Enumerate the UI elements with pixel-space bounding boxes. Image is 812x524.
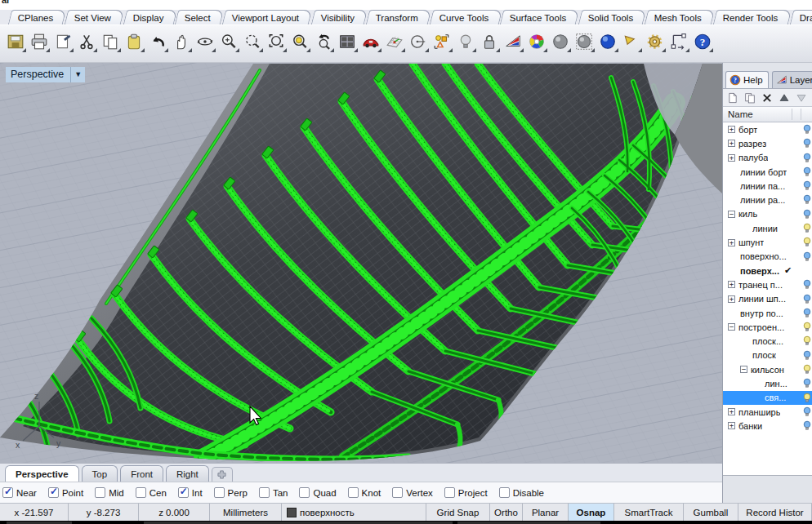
layer-visibility-bulb-icon[interactable] (802, 350, 812, 361)
layer-row-поверхно[interactable]: поверхно... (723, 250, 812, 264)
checked-checkbox[interactable] (48, 487, 59, 498)
layer-visibility-bulb-icon[interactable] (802, 308, 812, 318)
expand-icon[interactable]: + (728, 281, 735, 288)
layer-name[interactable]: внутр по... (740, 309, 783, 318)
checked-checkbox[interactable] (178, 487, 189, 498)
layer-name[interactable]: киль (738, 209, 757, 219)
layer-visibility-bulb-icon[interactable] (802, 279, 812, 290)
expand-icon[interactable]: + (728, 422, 735, 429)
save-button[interactable] (3, 29, 27, 53)
unchecked-checkbox[interactable] (392, 487, 403, 498)
copy-layer-button[interactable] (743, 91, 756, 104)
viewport-canvas[interactable]: z x y (0, 63, 722, 463)
options-gears-button[interactable] (643, 29, 667, 53)
unchecked-checkbox[interactable] (348, 487, 359, 498)
menu-tab-visibility[interactable]: Visibility (310, 10, 368, 24)
layer-name[interactable]: разрез (738, 139, 766, 149)
expand-icon[interactable]: + (728, 126, 735, 133)
perspective-viewport[interactable]: Perspective ▼ (0, 63, 722, 463)
layer-visibility-bulb-icon[interactable] (802, 406, 812, 417)
current-layer-chip[interactable]: поверхность (282, 504, 426, 521)
osnap-option-perp[interactable]: Perp (214, 487, 248, 498)
layer-visibility-bulb-icon[interactable] (802, 153, 812, 163)
layer-row-лин[interactable]: лин... (723, 376, 812, 390)
menu-tab-surface-tools[interactable]: Surface Tools (500, 10, 580, 24)
layer-visibility-bulb-icon[interactable] (802, 167, 812, 177)
menu-tab-select[interactable]: Select (175, 10, 224, 24)
statusbar-toggle-osnap[interactable]: Osnap (569, 504, 614, 521)
layer-visibility-bulb-icon[interactable] (802, 209, 812, 220)
layer-row-банки[interactable]: +банки (723, 419, 812, 433)
paste-button[interactable] (122, 29, 145, 53)
layer-visibility-bulb-icon[interactable] (802, 393, 812, 403)
cone-button[interactable] (619, 29, 643, 53)
statusbar-toggle-record-histor[interactable]: Record Histor (738, 504, 812, 521)
layer-visibility-bulb-icon[interactable] (802, 237, 812, 247)
unchecked-checkbox[interactable] (444, 487, 455, 498)
menu-tab-render-tools[interactable]: Render Tools (713, 10, 792, 24)
layer-name[interactable]: свя... (765, 393, 786, 402)
layer-row-линии-борт[interactable]: линии борт (723, 165, 812, 179)
osnap-option-quad[interactable]: Quad (299, 487, 336, 498)
layer-visibility-bulb-icon[interactable] (802, 322, 812, 332)
cut-button[interactable] (74, 29, 98, 53)
unchecked-checkbox[interactable] (95, 487, 105, 498)
unchecked-checkbox[interactable] (499, 487, 510, 498)
zoom-window-button[interactable] (240, 29, 264, 53)
osnap-option-int[interactable]: Int (178, 487, 203, 498)
layer-name[interactable]: палуба (738, 153, 768, 162)
lock-button[interactable] (477, 29, 501, 53)
viewport-tab-front[interactable]: Front (120, 465, 163, 482)
unchecked-checkbox[interactable] (259, 487, 270, 498)
lamp-button[interactable] (453, 29, 477, 53)
layer-visibility-bulb-icon[interactable] (802, 180, 812, 191)
layer-name[interactable]: плоск (752, 350, 776, 360)
osnap-option-near[interactable]: Near (2, 487, 37, 498)
layer-row-палуба[interactable]: +палуба (723, 151, 812, 165)
statusbar-toggle-gumball[interactable]: Gumball (684, 504, 738, 521)
flamingo-render-button[interactable] (501, 29, 524, 53)
layer-row-шпунт[interactable]: +шпунт (723, 235, 812, 249)
layer-visibility-bulb-icon[interactable] (802, 420, 812, 431)
collapse-icon[interactable]: − (728, 323, 735, 331)
viewport-title-dropdown-icon[interactable]: ▼ (70, 67, 85, 82)
layer-row-киль[interactable]: −киль (723, 207, 812, 221)
osnap-option-disable[interactable]: Disable (499, 487, 544, 498)
menu-tab-mesh-tools[interactable]: Mesh Tools (645, 10, 715, 24)
viewport-title-label[interactable]: Perspective (6, 67, 70, 82)
add-viewport-tab-button[interactable] (212, 467, 233, 482)
layer-visibility-bulb-icon[interactable] (802, 124, 812, 135)
layer-visibility-bulb-icon[interactable] (802, 335, 812, 346)
render-button[interactable] (548, 29, 572, 53)
layer-name[interactable]: линии борт (740, 167, 787, 177)
panel-tab-layers[interactable]: Layers (772, 71, 812, 88)
layer-row-планширь[interactable]: +планширь (723, 405, 812, 419)
expand-icon[interactable]: + (728, 239, 735, 246)
expand-icon[interactable]: + (728, 408, 735, 415)
name-column-header[interactable]: Name (728, 109, 753, 119)
help-button[interactable]: ? (690, 29, 714, 53)
statusbar-toggle-ortho[interactable]: Ortho (490, 504, 523, 521)
layer-row-поверх[interactable]: поверх...✔ (723, 264, 812, 278)
color-wheel-button[interactable] (524, 29, 548, 53)
layer-row-построен[interactable]: −построен... (723, 320, 812, 334)
cplane-button[interactable] (382, 29, 406, 53)
layer-row-плоск[interactable]: плоск (723, 349, 812, 362)
layer-row-борт[interactable]: +борт (723, 122, 812, 136)
dimension-button[interactable] (667, 29, 690, 53)
viewport-title[interactable]: Perspective ▼ (6, 67, 85, 82)
statusbar-toggle-smarttrack[interactable]: SmartTrack (614, 504, 684, 521)
zoom-dynamic-button[interactable] (216, 29, 240, 53)
layer-name[interactable]: линии (752, 224, 778, 233)
menu-tab-display[interactable]: Display (123, 10, 176, 24)
checked-checkbox[interactable] (2, 487, 13, 498)
layer-row-свя[interactable]: свя... (723, 391, 812, 405)
file-page-button[interactable] (51, 29, 74, 53)
move-down-button[interactable] (795, 91, 808, 104)
statusbar-toggle-planar[interactable]: Planar (523, 504, 569, 521)
panel-tab-help[interactable]: ?Help (725, 71, 769, 88)
zoom-selected-button[interactable] (288, 29, 311, 53)
osnap-option-tan[interactable]: Tan (259, 487, 288, 498)
layer-visibility-bulb-icon[interactable] (802, 294, 812, 304)
layer-name[interactable]: линии па... (740, 181, 785, 191)
